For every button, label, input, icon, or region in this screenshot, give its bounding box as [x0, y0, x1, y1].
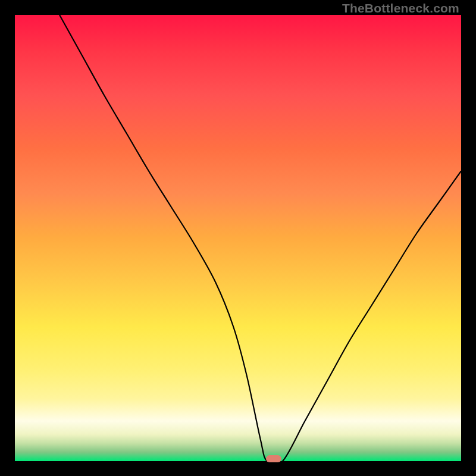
watermark-text: TheBottleneck.com — [342, 1, 459, 15]
curve-layer — [15, 15, 461, 461]
chart-frame: TheBottleneck.com — [0, 0, 476, 476]
plot-area — [15, 15, 461, 461]
optimal-marker — [266, 455, 281, 462]
bottleneck-curve — [60, 15, 461, 465]
